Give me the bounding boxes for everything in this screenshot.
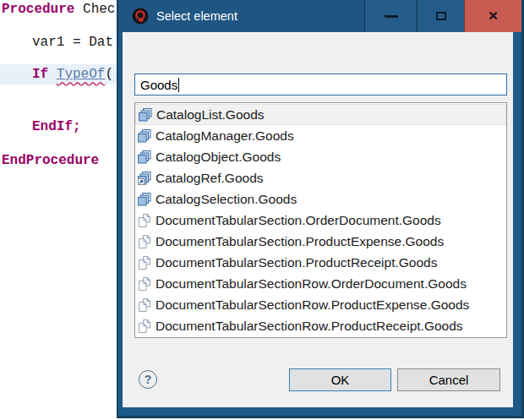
list-item[interactable]: DocumentTabularSectionRow.ProductReceipt…: [135, 315, 506, 336]
list-item[interactable]: DocumentTabularSection.ProductReceipt.Go…: [135, 252, 506, 273]
help-icon: ?: [145, 373, 152, 386]
select-element-dialog: Select element ✕ Goods: [117, 0, 524, 418]
list-item-label: CatalogSelection.Goods: [156, 192, 297, 207]
list-item-label: CatalogManager.Goods: [156, 128, 294, 144]
dialog-titlebar[interactable]: Select element ✕: [118, 0, 521, 32]
screen: Procedure Chec var1 = Dat If TypeOf( End…: [0, 0, 524, 420]
catalog-icon: [138, 150, 151, 164]
keyword-endprocedure: EndProcedure: [2, 152, 99, 169]
document-icon: [138, 298, 151, 312]
list-item-label: DocumentTabularSectionRow.OrderDocument.…: [156, 276, 467, 292]
list-item[interactable]: CatalogSelection.Goods: [135, 188, 506, 210]
text-caret: [178, 78, 179, 92]
list-item[interactable]: CatalogList.Goods: [135, 104, 506, 125]
document-icon: [138, 319, 151, 333]
list-item[interactable]: CatalogManager.Goods: [135, 125, 506, 146]
list-item-label: CatalogRef.Goods: [156, 171, 264, 186]
catalog-icon: [139, 108, 152, 122]
list-item-label: DocumentTabularSectionRow.ProductReceipt…: [156, 319, 463, 334]
list-item-label: DocumentTabularSection.ProductExpense.Go…: [156, 234, 444, 249]
list-item-label: CatalogObject.Goods: [156, 150, 281, 165]
list-item-label: DocumentTabularSection.ProductReceipt.Go…: [156, 255, 437, 270]
list-item[interactable]: CatalogObject.Goods: [135, 146, 506, 167]
minimize-icon: [385, 15, 398, 18]
dialog-title: Select element: [156, 9, 237, 23]
maximize-icon: [436, 12, 446, 20]
list-item-label: DocumentTabularSectionRow.ProductExpense…: [156, 297, 469, 313]
minimize-button[interactable]: [364, 0, 417, 32]
document-icon: [138, 235, 151, 248]
search-input-value: Goods: [140, 78, 177, 92]
catalog-ref-icon: [138, 172, 151, 185]
list-item[interactable]: DocumentTabularSection.ProductExpense.Go…: [135, 231, 506, 252]
list-item-label: DocumentTabularSection.OrderDocument.Goo…: [156, 213, 441, 228]
keyword-procedure: Procedure: [2, 2, 74, 17]
keyword-endif: EndIf;: [32, 118, 81, 135]
close-icon: ✕: [488, 8, 499, 24]
keyword-if: If: [32, 67, 57, 82]
help-button[interactable]: ?: [139, 370, 157, 389]
element-list: CatalogList.Goods CatalogManager.Goods C…: [134, 102, 507, 338]
code-line: var1 = Dat: [32, 34, 113, 51]
catalog-icon: [138, 193, 151, 206]
document-icon: [138, 277, 151, 291]
document-icon: [138, 214, 151, 227]
cancel-button[interactable]: Cancel: [397, 368, 500, 391]
ok-button[interactable]: OK: [289, 368, 391, 391]
code-line: Procedure Chec: [2, 1, 115, 18]
catalog-icon: [138, 129, 151, 143]
code-line: If TypeOf(: [32, 66, 113, 83]
list-item[interactable]: CatalogRef.Goods: [135, 167, 506, 188]
list-item[interactable]: DocumentTabularSectionRow.OrderDocument.…: [135, 273, 506, 294]
typeof-identifier: TypeOf: [57, 67, 106, 82]
maximize-button[interactable]: [417, 0, 464, 32]
dialog-content: Goods CatalogList.Goods CatalogManager.G…: [123, 32, 513, 407]
app-logo-icon: [132, 8, 149, 25]
list-item[interactable]: DocumentTabularSection.OrderDocument.Goo…: [135, 210, 506, 231]
document-icon: [138, 256, 151, 270]
search-input[interactable]: Goods: [134, 74, 507, 95]
list-item[interactable]: DocumentTabularSectionRow.ProductExpense…: [135, 294, 506, 315]
close-button[interactable]: ✕: [464, 0, 521, 32]
list-item-label: CatalogList.Goods: [156, 107, 265, 123]
